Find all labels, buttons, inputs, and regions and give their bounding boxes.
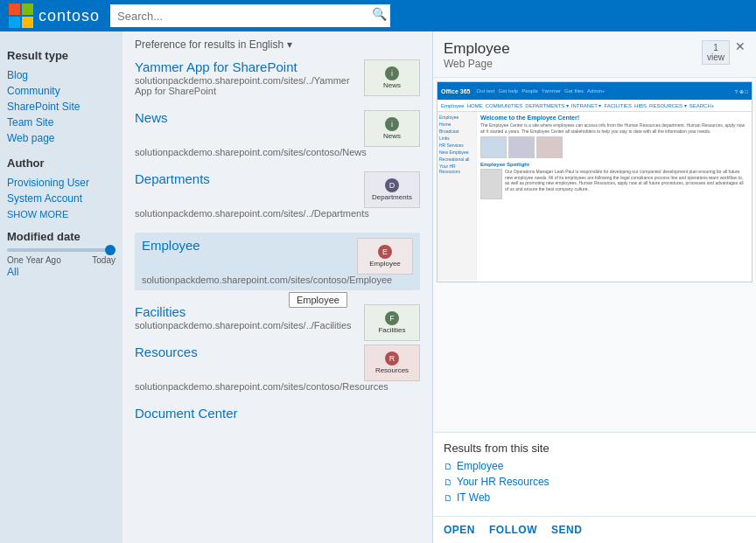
author-label: Author	[7, 157, 116, 170]
preview-close-button[interactable]: ✕	[735, 40, 746, 52]
sf-lnav-hr: HR Services	[439, 142, 474, 149]
sf-topbar-nav: Out text Get help People Yammer Get file…	[476, 88, 605, 94]
sf-spotlight-title: Employee Spotlight	[480, 162, 748, 167]
open-button[interactable]: OPEN	[444, 524, 475, 536]
sidebar-item-provisioning-user[interactable]: Provisioning User	[7, 175, 116, 191]
sidebar-item-community[interactable]: Community	[7, 83, 116, 99]
content-area: Preference for results in English ▾ i Ne…	[122, 31, 432, 543]
thumb-departments: D Departments	[364, 171, 420, 208]
rfs-link-itweb[interactable]: IT Web	[457, 491, 490, 504]
sf-logo: Office 365	[441, 88, 470, 94]
sf-subnav: Employee HOME COMMUNITIES DEPARTMENTS ▾ …	[438, 100, 752, 112]
sf-subnav-facilities: FACILITIES	[604, 103, 632, 108]
result-title-facilities[interactable]: Facilities	[135, 304, 186, 319]
result-employee: E Employee Employee Employee solutionpac…	[135, 233, 420, 290]
send-button[interactable]: SEND	[551, 524, 582, 536]
sf-nav-yammer: Yammer	[542, 88, 561, 94]
thumb-employee: E Employee	[357, 238, 413, 275]
rfs-item-hr: 🗋 Your HR Resources	[444, 476, 746, 488]
sf-subnav-communities: COMMUNITIES	[486, 103, 523, 108]
app-header: contoso 🔍	[0, 0, 756, 31]
preview-title: Employee	[444, 40, 510, 58]
date-to: Today	[92, 255, 116, 265]
sidebar: Result type Blog Community SharePoint Si…	[0, 31, 122, 543]
sf-subnav-intranet: INTRANET ▾	[571, 102, 602, 108]
sf-lnav-hrresources: Your HR Resources	[439, 163, 474, 175]
search-input[interactable]	[110, 4, 390, 27]
sidebar-item-blog[interactable]: Blog	[7, 67, 116, 83]
svg-rect-2	[9, 17, 20, 28]
result-facilities: F Facilities Facilities solutionpackdemo…	[135, 304, 420, 331]
sf-desc-text: The Employee Center is a site where empl…	[480, 122, 748, 134]
sf-nav-people: People	[522, 88, 538, 94]
sidebar-item-team-site[interactable]: Team Site	[7, 115, 116, 130]
rfs-link-hr[interactable]: Your HR Resources	[457, 476, 550, 488]
rfs-link-employee[interactable]: Employee	[457, 460, 503, 472]
employee-tooltip: Employee	[289, 292, 347, 308]
result-title-news[interactable]: News	[135, 110, 168, 125]
date-from: One Year Ago	[7, 255, 61, 265]
sf-topbar: Office 365 Out text Get help People Yamm…	[438, 82, 752, 100]
date-slider[interactable]: One Year Ago Today	[7, 248, 116, 265]
view-number: 1	[707, 43, 724, 52]
result-title-employee[interactable]: Employee	[142, 238, 200, 253]
sf-topbar-user: ? ⊕ □	[735, 88, 748, 94]
sf-subnav-home: HOME	[467, 103, 483, 108]
rfs-icon-hr: 🗋	[444, 477, 452, 487]
sf-lnav-employee: Employee	[439, 114, 474, 121]
thumb-news: i News	[364, 110, 420, 147]
rfs-item-employee: 🗋 Employee	[444, 460, 746, 472]
sf-lnav-home: Home	[439, 121, 474, 128]
pref-bar: Preference for results in English ▾	[135, 38, 420, 51]
results-from-site: Results from this site 🗋 Employee 🗋 Your…	[433, 433, 756, 517]
result-title-yammer[interactable]: Yammer App for SharePoint	[135, 59, 298, 74]
follow-button[interactable]: FOLLOW	[489, 524, 537, 536]
sf-nav-outtext: Out text	[476, 88, 494, 94]
result-title-resources[interactable]: Resources	[135, 345, 198, 359]
sf-photo-1	[480, 136, 507, 158]
sf-lnav-links: Links	[439, 135, 474, 142]
sf-main-content: Welcome to the Employee Center! The Empl…	[477, 112, 752, 281]
result-resources: R Resources Resources solutionpackdemo.s…	[135, 345, 420, 392]
rfs-item-itweb: 🗋 IT Web	[444, 491, 746, 504]
sf-photo-2	[508, 136, 535, 158]
sidebar-item-web-page[interactable]: Web page	[7, 130, 116, 146]
main-layout: Result type Blog Community SharePoint Si…	[0, 31, 756, 543]
sidebar-item-system-account[interactable]: System Account	[7, 191, 116, 206]
sidebar-item-sharepoint-site[interactable]: SharePoint Site	[7, 99, 116, 115]
result-yammer: i News Yammer App for SharePoint solutio…	[135, 59, 420, 96]
sf-welcome-text: Welcome to the Employee Center!	[480, 115, 748, 121]
sf-content: Employee Home Broadcast Links HR Service…	[438, 112, 752, 281]
thumb-facilities: F Facilities	[364, 304, 420, 341]
result-departments: D Departments Departments solutionpackde…	[135, 171, 420, 219]
rfs-title: Results from this site	[444, 442, 746, 455]
search-button[interactable]: 🔍	[372, 7, 387, 21]
result-title-departments[interactable]: Departments	[135, 171, 210, 186]
preview-screenshot: Office 365 Out text Get help People Yamm…	[433, 78, 756, 433]
logo-text: contoso	[38, 7, 100, 25]
sf-subnav-resources: RESOURCES ▾	[649, 102, 687, 108]
rfs-icon-itweb: 🗋	[444, 493, 452, 503]
preview-header-right: 1 view ✕	[702, 40, 746, 65]
view-label: view	[707, 52, 724, 62]
preview-subtitle: Web Page	[444, 58, 510, 70]
thumb-resources: R Resources	[364, 345, 420, 381]
pref-text: Preference for results in English	[135, 38, 284, 51]
thumb-yammer: i News	[364, 59, 420, 96]
sf-left-nav: Employee Home Broadcast Links HR Service…	[438, 112, 477, 281]
pref-dropdown[interactable]: ▾	[287, 38, 292, 51]
modified-date-label: Modified date	[7, 230, 116, 243]
sidebar-item-all[interactable]: All	[7, 266, 18, 278]
sf-lnav-rec: Recreational all	[439, 156, 474, 163]
svg-rect-0	[9, 3, 20, 15]
sf-spotlight-photo	[480, 169, 502, 199]
show-more[interactable]: SHOW MORE	[7, 209, 116, 219]
sf-photos	[480, 136, 748, 158]
logo-icon	[9, 3, 33, 28]
svg-rect-3	[22, 17, 33, 28]
preview-panel: Employee Web Page 1 view ✕ Office 365 Ou…	[432, 31, 756, 543]
rfs-icon-employee: 🗋	[444, 462, 452, 471]
preview-footer: OPEN FOLLOW SEND	[433, 517, 756, 543]
sf-subnav-departments: DEPARTMENTS ▾	[525, 102, 568, 108]
result-title-document-center[interactable]: Document Center	[135, 406, 238, 421]
